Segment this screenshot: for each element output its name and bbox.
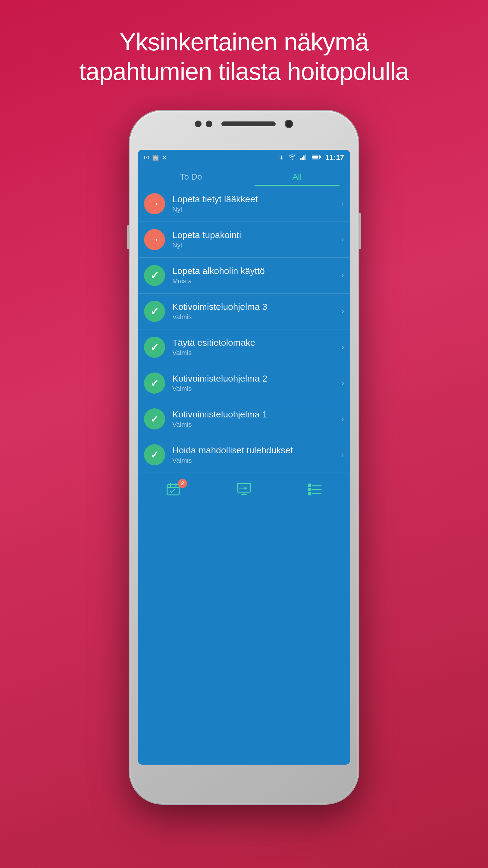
item-title-3: Kotivoimisteluohjelma 3: [172, 302, 338, 312]
list-item[interactable]: Kotivoimisteluohjelma 1 Valmis ›: [138, 401, 350, 437]
camera-dots: [195, 121, 213, 127]
done-icon-3: [144, 301, 165, 322]
item-title-2: Lopeta alkoholin käyttö: [172, 266, 338, 276]
svg-rect-3: [305, 154, 306, 160]
done-icon-7: [144, 444, 165, 465]
chevron-icon-6: ›: [341, 414, 344, 424]
item-title-0: Lopeta tietyt lääkkeet: [172, 194, 338, 204]
chevron-icon-2: ›: [341, 271, 344, 280]
done-icon-4: [144, 337, 165, 358]
item-title-4: Täytä esitietolomake: [172, 338, 338, 348]
item-subtitle-1: Nyt: [172, 241, 338, 249]
chevron-icon-1: ›: [341, 235, 344, 244]
item-title-5: Kotivoimisteluohjelma 2: [172, 373, 338, 384]
phone-top-sensors: [130, 120, 358, 128]
headline: Yksinkertainen näkymä tapahtumien tilast…: [55, 27, 433, 87]
item-subtitle-7: Valmis: [172, 457, 338, 464]
phone-shell: ✉ 🏢 ✕ ✶: [130, 111, 358, 804]
svg-rect-21: [308, 493, 311, 495]
item-text-0: Lopeta tietyt lääkkeet Nyt: [172, 194, 338, 213]
headline-line1: Yksinkertainen näkymä: [120, 28, 369, 56]
item-text-1: Lopeta tupakointi Nyt: [172, 230, 338, 249]
done-icon-2: [144, 265, 165, 286]
tools-icon: ✕: [162, 154, 167, 161]
tab-bar: To Do All: [138, 165, 350, 186]
building-icon: 🏢: [152, 154, 159, 161]
tab-todo[interactable]: To Do: [138, 165, 244, 186]
item-text-7: Hoida mahdolliset tulehdukset Valmis: [172, 445, 338, 464]
chevron-icon-0: ›: [341, 199, 344, 208]
list-item[interactable]: Täytä esitietolomake Valmis ›: [138, 330, 350, 365]
tab-all[interactable]: All: [244, 165, 350, 186]
bluetooth-icon: ✶: [279, 154, 284, 161]
list-icon: [307, 481, 323, 497]
list-item[interactable]: Lopeta alkoholin käyttö Muista ›: [138, 258, 350, 293]
item-subtitle-5: Valmis: [172, 385, 338, 393]
status-icons-right: ✶: [279, 153, 344, 162]
list-item[interactable]: Kotivoimisteluohjelma 3 Valmis ›: [138, 293, 350, 330]
item-subtitle-6: Valmis: [172, 421, 338, 429]
envelope-icon: ✉: [144, 154, 149, 161]
chevron-icon-3: ›: [341, 307, 344, 316]
list-item[interactable]: Lopeta tupakointi Nyt ›: [138, 222, 350, 258]
svg-rect-17: [308, 484, 311, 487]
headline-line2: tapahtumien tilasta hoitopolulla: [79, 58, 409, 85]
item-text-6: Kotivoimisteluohjelma 1 Valmis: [172, 409, 338, 429]
item-title-1: Lopeta tupakointi: [172, 230, 338, 240]
svg-point-16: [245, 488, 247, 490]
svg-rect-7: [167, 485, 179, 495]
svg-rect-19: [308, 488, 311, 491]
svg-rect-5: [313, 156, 318, 158]
status-icons-left: ✉ 🏢 ✕: [144, 154, 167, 161]
svg-rect-11: [237, 484, 251, 493]
chevron-icon-7: ›: [341, 450, 344, 459]
volume-button: [127, 225, 130, 249]
item-subtitle-2: Muista: [172, 277, 338, 285]
phone-screen: ✉ 🏢 ✕ ✶: [138, 150, 350, 765]
wifi-icon: [288, 154, 296, 161]
item-subtitle-0: Nyt: [172, 206, 338, 213]
done-icon-5: [144, 373, 165, 394]
svg-rect-2: [303, 156, 304, 160]
monitor-icon: [236, 481, 252, 497]
front-camera: [285, 120, 293, 128]
pending-icon-1: [144, 229, 165, 250]
calendar-tab[interactable]: 2: [156, 478, 190, 500]
item-subtitle-3: Valmis: [172, 313, 338, 321]
list-item[interactable]: Kotivoimisteluohjelma 2 Valmis ›: [138, 365, 350, 401]
item-text-4: Täytä esitietolomake Valmis: [172, 338, 338, 357]
chevron-icon-5: ›: [341, 378, 344, 388]
svg-rect-1: [302, 157, 303, 160]
done-icon-6: [144, 408, 165, 430]
monitor-tab[interactable]: [227, 478, 261, 500]
item-title-6: Kotivoimisteluohjelma 1: [172, 409, 338, 420]
speaker-grille: [221, 121, 275, 126]
pending-icon-0: [144, 193, 165, 214]
calendar-badge: 2: [178, 479, 187, 488]
item-title-7: Hoida mahdolliset tulehdukset: [172, 445, 338, 456]
item-subtitle-4: Valmis: [172, 349, 338, 357]
power-button: [358, 213, 361, 249]
signal-icon: [300, 154, 307, 161]
svg-rect-6: [320, 156, 321, 158]
status-bar: ✉ 🏢 ✕ ✶: [138, 150, 350, 165]
item-text-3: Kotivoimisteluohjelma 3 Valmis: [172, 302, 338, 321]
camera-dot-1: [195, 121, 201, 127]
svg-rect-0: [300, 158, 301, 160]
list-tab[interactable]: [298, 478, 332, 500]
list-item[interactable]: Lopeta tietyt lääkkeet Nyt ›: [138, 186, 350, 222]
bottom-nav: 2: [138, 472, 350, 506]
item-text-2: Lopeta alkoholin käyttö Muista: [172, 266, 338, 285]
status-time: 11:17: [326, 153, 344, 162]
camera-dot-2: [206, 121, 213, 127]
battery-icon: [312, 154, 321, 161]
item-text-5: Kotivoimisteluohjelma 2 Valmis: [172, 373, 338, 393]
chevron-icon-4: ›: [341, 342, 344, 352]
list-container: Lopeta tietyt lääkkeet Nyt › Lopeta tupa…: [138, 186, 350, 472]
list-item[interactable]: Hoida mahdolliset tulehdukset Valmis ›: [138, 437, 350, 472]
